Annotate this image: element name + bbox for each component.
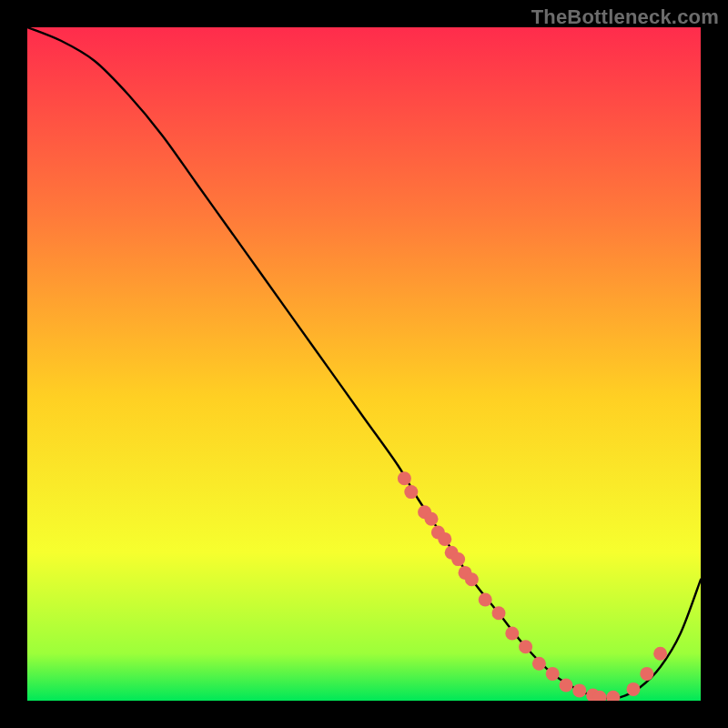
marker-point xyxy=(505,627,519,641)
marker-point xyxy=(627,682,641,696)
marker-point xyxy=(404,485,418,499)
marker-point xyxy=(546,667,560,681)
marker-point xyxy=(640,667,653,681)
marker-point xyxy=(560,678,573,692)
marker-point xyxy=(479,593,492,607)
marker-point xyxy=(398,471,411,485)
marker-point xyxy=(438,532,451,546)
plot-area xyxy=(27,27,701,701)
marker-point xyxy=(519,640,532,653)
marker-point xyxy=(465,572,479,586)
marker-point xyxy=(653,647,667,661)
marker-point xyxy=(532,657,546,671)
chart-container: TheBottleneck.com xyxy=(0,0,728,728)
marker-point xyxy=(572,683,586,697)
marker-point xyxy=(425,512,439,526)
marker-point xyxy=(451,552,465,566)
watermark-text: TheBottleneck.com xyxy=(531,5,719,29)
gradient-background xyxy=(27,27,701,701)
marker-point xyxy=(492,606,506,620)
chart-svg xyxy=(27,27,701,701)
